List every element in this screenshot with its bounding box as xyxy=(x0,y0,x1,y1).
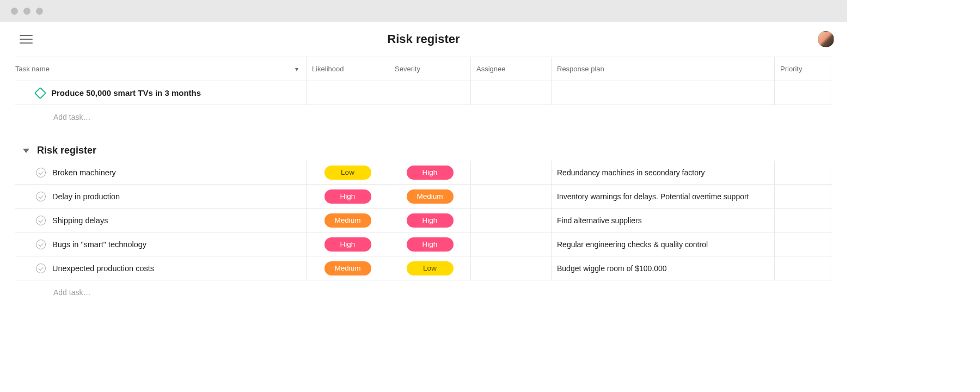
table-row[interactable]: Shipping delaysMediumHighFind alternativ… xyxy=(15,209,832,232)
table-row[interactable]: Unexpected production costsMediumLowBudg… xyxy=(15,256,832,280)
menu-icon[interactable] xyxy=(20,33,33,46)
table-row[interactable]: Bugs in "smart" technologyHighHighRegula… xyxy=(15,232,832,256)
goal-response-cell[interactable] xyxy=(552,81,775,105)
response-cell[interactable]: Inventory warnings for delays. Potential… xyxy=(552,185,775,208)
response-cell[interactable]: Regular engineering checks & quality con… xyxy=(552,232,775,256)
check-circle-icon[interactable] xyxy=(36,240,46,249)
task-name-cell[interactable]: Unexpected production costs xyxy=(15,256,307,280)
page-title: Risk register xyxy=(387,32,460,46)
goal-row[interactable]: Produce 50,000 smart TVs in 3 months xyxy=(15,81,832,105)
likelihood-pill: High xyxy=(324,189,371,204)
priority-cell[interactable] xyxy=(775,256,830,280)
traffic-light-minimize[interactable] xyxy=(23,8,30,15)
likelihood-cell[interactable]: High xyxy=(307,232,389,256)
likelihood-cell[interactable]: Low xyxy=(307,161,389,184)
priority-cell[interactable] xyxy=(775,185,830,208)
severity-pill: Low xyxy=(407,261,454,275)
traffic-light-close[interactable] xyxy=(11,8,18,15)
column-header-task-label: Task name xyxy=(15,65,50,73)
response-cell[interactable]: Find alternative suppliers xyxy=(552,209,775,232)
check-circle-icon[interactable] xyxy=(36,264,46,273)
column-header-row: Task name ▾ Likelihood Severity Assignee… xyxy=(15,57,832,81)
column-header-response[interactable]: Response plan xyxy=(552,57,775,81)
traffic-light-zoom[interactable] xyxy=(36,8,43,15)
check-circle-icon[interactable] xyxy=(36,192,46,201)
task-name-text: Shipping delays xyxy=(52,216,108,225)
table-row[interactable]: Broken machineryLowHighRedundancy machin… xyxy=(15,161,832,185)
severity-pill: Medium xyxy=(407,189,454,204)
check-circle-icon[interactable] xyxy=(36,168,46,177)
assignee-cell[interactable] xyxy=(471,232,552,256)
add-task-row-bottom[interactable]: Add task… xyxy=(15,280,832,304)
window-titlebar xyxy=(0,0,847,22)
severity-cell[interactable]: Low xyxy=(389,256,471,280)
section-title: Risk register xyxy=(37,145,96,156)
task-name-text: Unexpected production costs xyxy=(52,264,154,273)
assignee-cell[interactable] xyxy=(471,256,552,280)
goal-task-cell[interactable]: Produce 50,000 smart TVs in 3 months xyxy=(15,81,307,105)
likelihood-pill: High xyxy=(324,237,371,252)
severity-cell[interactable]: High xyxy=(389,209,471,232)
check-circle-icon[interactable] xyxy=(36,216,46,225)
response-cell[interactable]: Budget wiggle room of $100,000 xyxy=(552,256,775,280)
task-name-text: Delay in production xyxy=(52,192,120,201)
app-header: Risk register xyxy=(0,22,847,57)
task-name-cell[interactable]: Bugs in "smart" technology xyxy=(15,232,307,256)
milestone-icon xyxy=(34,87,47,99)
assignee-cell[interactable] xyxy=(471,209,552,232)
goal-name: Produce 50,000 smart TVs in 3 months xyxy=(51,88,201,97)
add-task-label[interactable]: Add task… xyxy=(15,105,307,129)
response-cell[interactable]: Redundancy machines in secondary factory xyxy=(552,161,775,184)
severity-cell[interactable]: High xyxy=(389,161,471,184)
add-task-label[interactable]: Add task… xyxy=(15,280,307,304)
likelihood-cell[interactable]: High xyxy=(307,185,389,208)
add-task-row-top[interactable]: Add task… xyxy=(15,105,832,129)
section-collapse-icon[interactable] xyxy=(23,149,29,153)
assignee-cell[interactable] xyxy=(471,185,552,208)
priority-cell[interactable] xyxy=(775,232,830,256)
severity-cell[interactable]: Medium xyxy=(389,185,471,208)
likelihood-pill: Medium xyxy=(324,213,371,228)
task-name-cell[interactable]: Shipping delays xyxy=(15,209,307,232)
priority-cell[interactable] xyxy=(775,209,830,232)
column-header-task[interactable]: Task name ▾ xyxy=(15,57,307,81)
assignee-cell[interactable] xyxy=(471,161,552,184)
section-header[interactable]: Risk register xyxy=(15,145,307,156)
likelihood-pill: Medium xyxy=(324,261,371,275)
goal-severity-cell[interactable] xyxy=(389,81,471,105)
severity-pill: High xyxy=(407,213,454,228)
severity-pill: High xyxy=(407,166,454,180)
column-header-likelihood[interactable]: Likelihood xyxy=(307,57,389,81)
column-header-priority[interactable]: Priority xyxy=(775,57,830,81)
task-name-text: Broken machinery xyxy=(52,168,116,177)
severity-pill: High xyxy=(407,237,454,252)
likelihood-cell[interactable]: Medium xyxy=(307,256,389,280)
task-name-text: Bugs in "smart" technology xyxy=(52,240,146,249)
chevron-down-icon[interactable]: ▾ xyxy=(295,65,298,73)
section-header-row: Risk register xyxy=(15,129,832,161)
task-name-cell[interactable]: Delay in production xyxy=(15,185,307,208)
task-name-cell[interactable]: Broken machinery xyxy=(15,161,307,184)
likelihood-pill: Low xyxy=(324,166,371,180)
avatar[interactable] xyxy=(818,31,834,47)
goal-likelihood-cell[interactable] xyxy=(307,81,389,105)
table-row[interactable]: Delay in productionHighMediumInventory w… xyxy=(15,185,832,209)
severity-cell[interactable]: High xyxy=(389,232,471,256)
column-header-severity[interactable]: Severity xyxy=(389,57,471,81)
likelihood-cell[interactable]: Medium xyxy=(307,209,389,232)
goal-priority-cell[interactable] xyxy=(775,81,830,105)
task-grid: Task name ▾ Likelihood Severity Assignee… xyxy=(15,57,832,304)
column-header-assignee[interactable]: Assignee xyxy=(471,57,552,81)
goal-assignee-cell[interactable] xyxy=(471,81,552,105)
priority-cell[interactable] xyxy=(775,161,830,184)
